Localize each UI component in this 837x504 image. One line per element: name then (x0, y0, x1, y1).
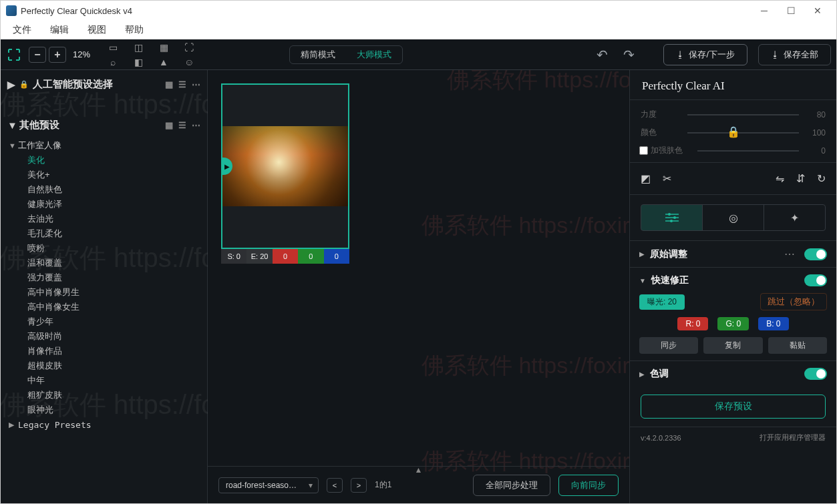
redo-button[interactable]: ↷ (621, 47, 637, 63)
next-button[interactable]: > (351, 478, 367, 493)
quick-fix-header[interactable]: ▼ 快速修正 (639, 274, 827, 286)
app-window: Perfectly Clear Quickdesk v4 ─ ☐ ✕ 文件 编辑… (0, 0, 837, 504)
zoom-in-button[interactable]: + (49, 47, 66, 63)
minimize-button[interactable]: ─ (751, 1, 778, 20)
exposure-chip[interactable]: 曝光: 20 (639, 294, 685, 310)
chevron-down-icon: ▼ (9, 142, 18, 150)
rotate-icon[interactable]: ↻ (817, 172, 826, 185)
grid-view-icon[interactable]: ▦ (165, 120, 173, 130)
preset-item[interactable]: 强力覆盖 (27, 270, 207, 285)
preset-item[interactable]: 健康光泽 (27, 197, 207, 212)
task-manager-link[interactable]: 打开应用程序管理器 (760, 433, 826, 443)
preset-item[interactable]: 粗犷皮肤 (27, 388, 207, 403)
mode-simple[interactable]: 精简模式 (290, 46, 346, 63)
tone-toggle[interactable] (804, 368, 827, 380)
preset-item[interactable]: 肖像作品 (27, 344, 207, 358)
prev-button[interactable]: < (327, 478, 343, 493)
preset-item[interactable]: 美化+ (27, 168, 207, 182)
save-next-button[interactable]: ⭳ 保存/下一步 (663, 44, 747, 65)
preset-item[interactable]: 眼神光 (27, 403, 207, 417)
histogram-icon[interactable]: ▲ (154, 55, 173, 69)
preset-item[interactable]: 高级时尚 (27, 329, 207, 344)
history-buttons: ↶ ↷ (594, 47, 637, 63)
ai-skin-slider[interactable] (697, 150, 799, 152)
orig-adjust-toggle[interactable] (804, 248, 827, 260)
copy-button[interactable]: 复制 (703, 337, 762, 354)
tree-category-studio[interactable]: ▼ 工作室人像 (9, 138, 207, 153)
paste-button[interactable]: 黏贴 (768, 337, 827, 354)
sync-button[interactable]: 同步 (639, 337, 698, 354)
studio-items: 美化美化+自然肤色健康光泽去油光毛孔柔化喷粉温和覆盖强力覆盖高中肖像男生高中肖像… (9, 153, 207, 417)
preset-item[interactable]: 超模皮肤 (27, 358, 207, 373)
skip-chip[interactable]: 跳过（忽略） (760, 293, 827, 310)
transform-icon[interactable]: ◩ (641, 172, 651, 185)
fit-screen-icon[interactable] (6, 47, 22, 63)
preset-item[interactable]: 高中肖像男生 (27, 285, 207, 300)
menu-help[interactable]: 帮助 (117, 23, 152, 37)
preset-item[interactable]: 高中肖像女生 (27, 300, 207, 314)
view-crop-icon[interactable]: ⛶ (180, 41, 198, 54)
quick-fix-toggle[interactable] (804, 274, 827, 286)
preset-item[interactable]: 去油光 (27, 212, 207, 226)
chevron-right-icon: ▶ (9, 421, 18, 429)
mode-master[interactable]: 大师模式 (346, 46, 402, 63)
list-view-icon[interactable]: ☰ (178, 120, 186, 130)
tab-effects[interactable]: ✦ (764, 205, 825, 230)
crop-icon[interactable]: ✂ (663, 172, 671, 185)
undo-button[interactable]: ↶ (594, 47, 610, 63)
ai-color-slider[interactable] (687, 132, 799, 134)
ai-presets-header[interactable]: ▶ 🔒 人工智能预设选择 ▦ ☰ ⋯ (1, 74, 207, 95)
compare-icon[interactable]: ◧ (129, 55, 148, 69)
close-button[interactable]: ✕ (804, 1, 831, 20)
save-preset-button[interactable]: 保存预设 (641, 395, 826, 419)
more-icon[interactable]: ⋯ (192, 120, 200, 130)
svg-point-2 (670, 220, 673, 222)
grid-view-icon[interactable]: ▦ (165, 79, 173, 89)
ai-skin-checkbox[interactable] (639, 146, 648, 155)
download-icon: ⭳ (771, 49, 780, 59)
ai-strength-slider[interactable] (687, 114, 799, 115)
thumbnail-info-bar: S: 0 E: 20 0 0 0 (221, 249, 349, 264)
sync-all-button[interactable]: 全部同步处理 (473, 475, 550, 496)
list-view-icon[interactable]: ☰ (178, 79, 186, 89)
search-icon[interactable]: ⌕ (104, 55, 122, 69)
flip-v-icon[interactable]: ⇵ (796, 172, 805, 185)
maximize-button[interactable]: ☐ (778, 1, 804, 20)
preset-item[interactable]: 美化 (27, 153, 207, 168)
version-label: v:4.2.0.2336 (641, 434, 681, 442)
image-thumbnail[interactable]: ▶ (221, 83, 349, 249)
preset-item[interactable]: 温和覆盖 (27, 256, 207, 270)
preset-item[interactable]: 喷粉 (27, 241, 207, 256)
view-single-icon[interactable]: ▭ (104, 41, 122, 54)
preset-item[interactable]: 青少年 (27, 314, 207, 329)
tree-category-legacy[interactable]: ▶ Legacy Presets (9, 419, 207, 431)
zoom-percent: 12% (73, 49, 90, 59)
file-dropdown[interactable]: road-forest-season-au (218, 477, 319, 493)
more-icon[interactable]: ⋯ (192, 79, 200, 89)
sync-forward-button[interactable]: 向前同步 (558, 475, 619, 496)
preset-item[interactable]: 自然肤色 (27, 182, 207, 197)
r-chip[interactable]: R: 0 (677, 317, 708, 330)
thumbnail-preview (222, 126, 348, 206)
menu-view[interactable]: 视图 (79, 23, 114, 37)
preset-item[interactable]: 中年 (27, 373, 207, 388)
tone-header[interactable]: ▶ 色调 (639, 368, 827, 380)
face-icon[interactable]: ☺ (180, 55, 198, 69)
tab-retouch[interactable]: ◎ (703, 205, 764, 230)
b-chip[interactable]: B: 0 (758, 317, 788, 330)
flip-h-icon[interactable]: ⇋ (776, 172, 784, 185)
orig-adjust-header[interactable]: ▶ 原始调整 ⋯ (639, 248, 827, 260)
menu-file[interactable]: 文件 (5, 23, 39, 37)
preset-item[interactable]: 毛孔柔化 (27, 226, 207, 241)
view-split-icon[interactable]: ◫ (129, 41, 148, 54)
g-chip[interactable]: G: 0 (717, 317, 749, 330)
tab-adjustments[interactable] (641, 205, 703, 230)
ai-strength-row: 力度 80 (641, 105, 826, 123)
expand-up-icon[interactable]: ▲ (415, 465, 423, 475)
zoom-out-button[interactable]: − (29, 47, 46, 63)
more-icon[interactable]: ⋯ (784, 248, 795, 260)
view-grid-icon[interactable]: ▦ (154, 41, 173, 54)
other-presets-header[interactable]: ▼ 其他预设 ▦ ☰ ⋯ (1, 115, 207, 136)
save-all-button[interactable]: ⭳ 保存全部 (758, 44, 831, 65)
menu-edit[interactable]: 编辑 (42, 23, 77, 37)
